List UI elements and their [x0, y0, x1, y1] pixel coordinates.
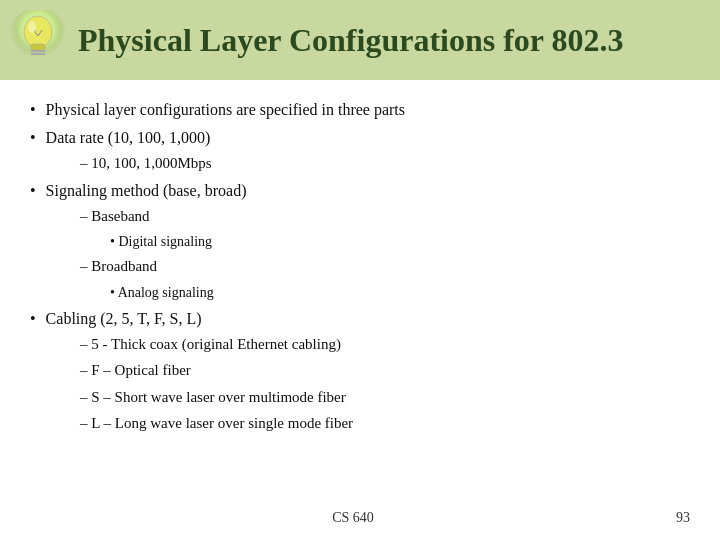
- list-item: • Physical layer configurations are spec…: [30, 98, 690, 122]
- bullet-icon: •: [30, 307, 36, 331]
- bullet-icon: •: [30, 179, 36, 203]
- list-item: – 5 - Thick coax (original Ethernet cabl…: [30, 333, 690, 356]
- sub-text: – L – Long wave laser over single mode f…: [80, 415, 353, 431]
- sub-text: – 5 - Thick coax (original Ethernet cabl…: [80, 336, 341, 352]
- list-item: – Baseband: [30, 205, 690, 228]
- footer-page: 93: [676, 510, 690, 526]
- sub-text: – S – Short wave laser over multimode fi…: [80, 389, 346, 405]
- list-item: • Analog signaling: [30, 282, 690, 303]
- svg-rect-5: [31, 50, 45, 52]
- list-item: – F – Optical fiber: [30, 359, 690, 382]
- list-item: • Digital signaling: [30, 231, 690, 252]
- slide-footer: CS 640 93: [0, 510, 720, 526]
- slide-header: Physical Layer Configurations for 802.3: [0, 0, 720, 80]
- svg-point-1: [24, 16, 52, 48]
- sub-sub-text: • Analog signaling: [110, 285, 214, 300]
- bullet-text: Data rate (10, 100, 1,000): [46, 126, 211, 150]
- sub-text: – F – Optical fiber: [80, 362, 191, 378]
- svg-rect-6: [31, 53, 45, 55]
- bullet-icon: •: [30, 98, 36, 122]
- slide: Physical Layer Configurations for 802.3 …: [0, 0, 720, 540]
- svg-point-7: [28, 21, 36, 33]
- list-item: – Broadband: [30, 255, 690, 278]
- slide-title: Physical Layer Configurations for 802.3: [78, 22, 623, 59]
- list-item: – 10, 100, 1,000Mbps: [30, 152, 690, 175]
- slide-content: • Physical layer configurations are spec…: [0, 80, 720, 449]
- list-item: • Data rate (10, 100, 1,000): [30, 126, 690, 150]
- bullet-icon: •: [30, 126, 36, 150]
- list-item: • Cabling (2, 5, T, F, S, L): [30, 307, 690, 331]
- sub-text: – Baseband: [80, 208, 150, 224]
- sub-text: – 10, 100, 1,000Mbps: [80, 155, 212, 171]
- list-item: • Signaling method (base, broad): [30, 179, 690, 203]
- footer-center: CS 640: [332, 510, 374, 526]
- svg-rect-2: [31, 44, 45, 50]
- sub-text: – Broadband: [80, 258, 157, 274]
- bullet-text: Cabling (2, 5, T, F, S, L): [46, 307, 202, 331]
- list-item: – L – Long wave laser over single mode f…: [30, 412, 690, 435]
- sub-sub-text: • Digital signaling: [110, 234, 212, 249]
- lightbulb-icon: [8, 10, 68, 70]
- list-item: – S – Short wave laser over multimode fi…: [30, 386, 690, 409]
- bullet-text: Signaling method (base, broad): [46, 179, 247, 203]
- bullet-text: Physical layer configurations are specif…: [46, 98, 405, 122]
